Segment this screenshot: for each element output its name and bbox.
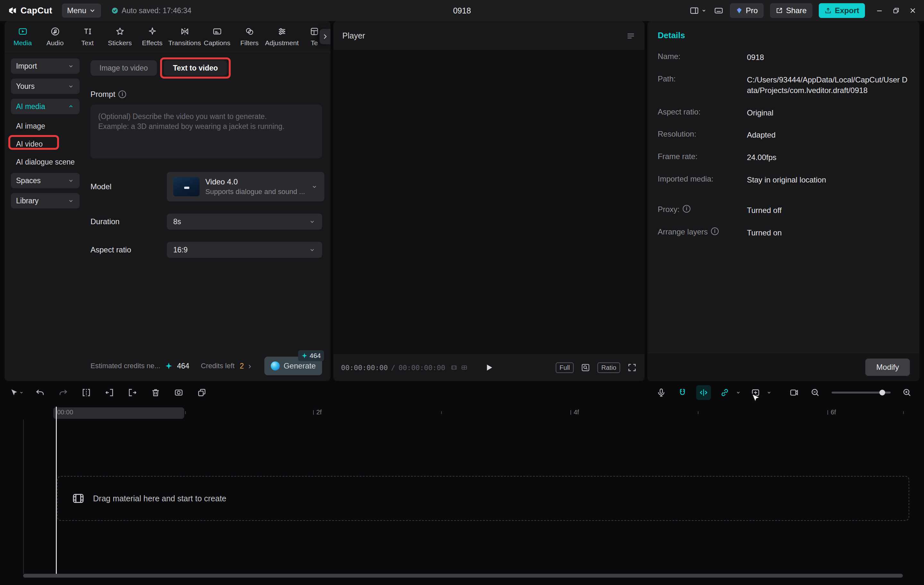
pro-badge[interactable]: Pro <box>730 3 764 18</box>
text-to-video-toggle[interactable]: Text to video <box>164 60 227 76</box>
frame-view-icon[interactable] <box>450 364 457 371</box>
sidebar-item-ai-media[interactable]: AI media <box>11 99 79 114</box>
sidebar-item-ai-image[interactable]: AI image <box>11 119 79 133</box>
info-icon[interactable]: i <box>711 227 719 235</box>
ruler-tick <box>313 410 314 415</box>
sidebar-item-import[interactable]: Import <box>11 58 79 74</box>
full-preview-button[interactable]: Full <box>556 363 574 373</box>
share-button[interactable]: Share <box>770 3 812 18</box>
zoom-in-icon[interactable] <box>899 385 914 400</box>
sidebar-item-label: Library <box>16 197 38 205</box>
mask-button[interactable] <box>171 385 186 400</box>
tab-media[interactable]: Media <box>7 26 39 47</box>
ruler-tick <box>827 410 828 415</box>
tab-effects[interactable]: Effects <box>136 26 168 47</box>
chevron-down-icon[interactable] <box>735 389 742 396</box>
credit-star-icon <box>165 362 173 370</box>
preview-quality-icon[interactable] <box>787 385 802 400</box>
tab-adjustment[interactable]: Adjustment <box>266 26 298 47</box>
zoom-out-icon[interactable] <box>808 385 823 400</box>
duration-dropdown[interactable]: 8s <box>167 214 322 230</box>
tab-label: Filters <box>240 39 259 47</box>
sidebar-item-library[interactable]: Library <box>11 193 79 208</box>
sidebar-item-label: AI dialogue scene <box>16 158 75 166</box>
filters-icon <box>244 26 255 37</box>
undo-button[interactable] <box>33 385 48 400</box>
info-icon[interactable]: i <box>119 91 126 98</box>
sidebar-item-ai-dialogue-scene[interactable]: AI dialogue scene <box>11 155 79 169</box>
delete-left-button[interactable] <box>102 385 117 400</box>
player-panel: Player 00:00:00:00 / 00:00:00:00 Full <box>333 21 645 381</box>
chevron-down-icon <box>18 389 25 396</box>
tab-filters[interactable]: Filters <box>233 26 266 47</box>
sidebar-item-yours[interactable]: Yours <box>11 79 79 94</box>
chevron-down-icon <box>68 63 74 69</box>
modify-button[interactable]: Modify <box>865 359 910 376</box>
player-viewport[interactable] <box>333 50 645 354</box>
templates-icon <box>309 26 320 37</box>
tab-audio[interactable]: Audio <box>39 26 71 47</box>
generate-button[interactable]: 464 Generate <box>264 357 322 375</box>
link-clips-icon[interactable] <box>718 385 732 400</box>
toggle-label: Image to video <box>99 64 148 73</box>
timeline-ruler[interactable]: 00:00 2f 4f 6f <box>0 407 924 420</box>
menu-button[interactable]: Menu <box>62 3 101 18</box>
timeline-dropzone[interactable]: Drag material here and start to create <box>57 476 909 521</box>
tab-stickers[interactable]: Stickers <box>104 26 136 47</box>
info-icon[interactable]: i <box>683 205 690 213</box>
timeline-zoom-slider[interactable] <box>832 392 891 394</box>
sidebar-item-ai-video[interactable]: AI video <box>11 137 79 151</box>
timeline-horizontal-scrollbar[interactable] <box>23 574 903 578</box>
magnetic-snap-icon[interactable] <box>675 385 690 400</box>
generate-label: Generate <box>284 361 316 371</box>
ratio-button[interactable]: Ratio <box>597 363 620 373</box>
keyboard-shortcuts-button[interactable] <box>714 6 723 15</box>
menu-label: Menu <box>67 6 86 15</box>
tab-label: Captions <box>204 39 230 47</box>
zoom-slider-handle[interactable] <box>879 390 885 395</box>
tab-text[interactable]: Text <box>71 26 104 47</box>
model-thumbnail <box>173 177 200 196</box>
detail-row-aspect-ratio: Aspect ratio: Original <box>658 107 909 119</box>
playhead[interactable] <box>56 407 57 574</box>
window-minimize-button[interactable] <box>876 7 883 14</box>
preview-zoom-icon[interactable] <box>581 363 590 372</box>
tabs-scroll-right-button[interactable] <box>320 29 330 44</box>
record-voiceover-icon[interactable] <box>654 385 668 400</box>
select-tool-button[interactable] <box>10 385 25 400</box>
layout-toggle-button[interactable] <box>690 6 708 15</box>
details-panel: Details Name: 0918 Path: C:/Users/93444/… <box>647 21 919 381</box>
estimated-credits-value: 464 <box>177 362 189 371</box>
play-button[interactable] <box>484 363 494 372</box>
fullscreen-icon[interactable] <box>627 363 637 372</box>
extract-frame-button[interactable] <box>195 385 209 400</box>
detail-label: Aspect ratio: <box>658 107 747 119</box>
tab-label: Adjustment <box>265 39 299 47</box>
export-button[interactable]: Export <box>819 3 865 18</box>
chevron-right-icon[interactable]: › <box>248 362 251 370</box>
drop-media-icon <box>72 492 85 505</box>
redo-button[interactable] <box>56 385 71 400</box>
image-to-video-toggle[interactable]: Image to video <box>91 60 157 76</box>
saved-check-icon <box>111 7 119 14</box>
detail-label: Arrange layers <box>658 227 708 236</box>
chevron-down-icon <box>309 246 316 253</box>
delete-button[interactable] <box>148 385 163 400</box>
model-dropdown[interactable]: Video 4.0 Supports dialogue and sound ..… <box>167 172 324 201</box>
frame-grid-icon[interactable] <box>461 364 468 371</box>
split-button[interactable] <box>79 385 94 400</box>
aspect-ratio-dropdown[interactable]: 16:9 <box>167 242 322 258</box>
delete-right-button[interactable] <box>125 385 140 400</box>
sidebar-item-label: AI image <box>16 122 45 130</box>
auto-snap-icon[interactable] <box>696 385 711 400</box>
prompt-input[interactable] <box>91 105 322 158</box>
window-restore-button[interactable] <box>893 7 899 14</box>
player-menu-icon[interactable] <box>626 31 635 40</box>
tab-transitions[interactable]: Transitions <box>168 26 201 47</box>
tab-label: Effects <box>142 39 163 47</box>
chevron-down-icon <box>700 7 708 14</box>
tab-captions[interactable]: Captions <box>201 26 233 47</box>
chevron-down-icon[interactable] <box>766 389 772 396</box>
window-close-button[interactable] <box>909 7 916 14</box>
sidebar-item-spaces[interactable]: Spaces <box>11 173 79 188</box>
